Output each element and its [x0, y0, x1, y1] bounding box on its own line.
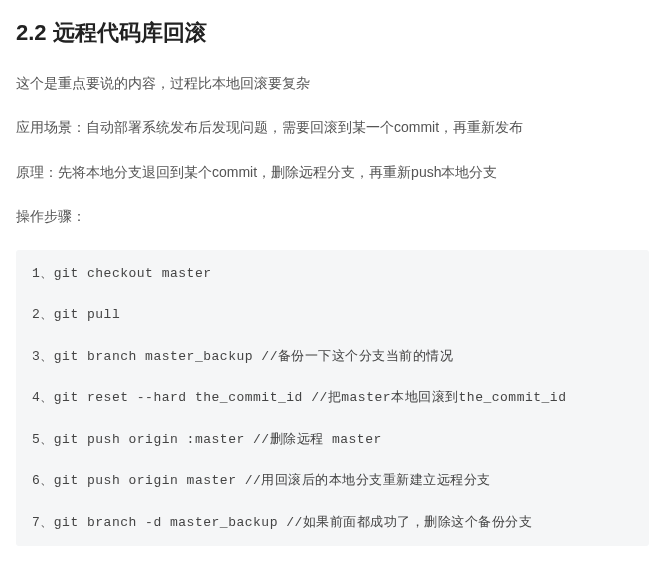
code-line: 2、git pull — [32, 305, 633, 325]
code-line: 7、git branch -d master_backup //如果前面都成功了… — [32, 513, 633, 533]
code-line: 3、git branch master_backup //备份一下这个分支当前的… — [32, 347, 633, 367]
paragraph-principle: 原理：先将本地分支退回到某个commit，删除远程分支，再重新push本地分支 — [16, 161, 649, 183]
paragraph-intro: 这个是重点要说的内容，过程比本地回滚要复杂 — [16, 72, 649, 94]
code-block: 1、git checkout master2、git pull3、git bra… — [16, 250, 649, 547]
code-line: 5、git push origin :master //删除远程 master — [32, 430, 633, 450]
code-line: 1、git checkout master — [32, 264, 633, 284]
section-heading: 2.2 远程代码库回滚 — [16, 18, 649, 48]
paragraph-scenario: 应用场景：自动部署系统发布后发现问题，需要回滚到某一个commit，再重新发布 — [16, 116, 649, 138]
code-line: 4、git reset --hard the_commit_id //把mast… — [32, 388, 633, 408]
paragraph-steps-label: 操作步骤： — [16, 205, 649, 227]
code-line: 6、git push origin master //用回滚后的本地分支重新建立… — [32, 471, 633, 491]
